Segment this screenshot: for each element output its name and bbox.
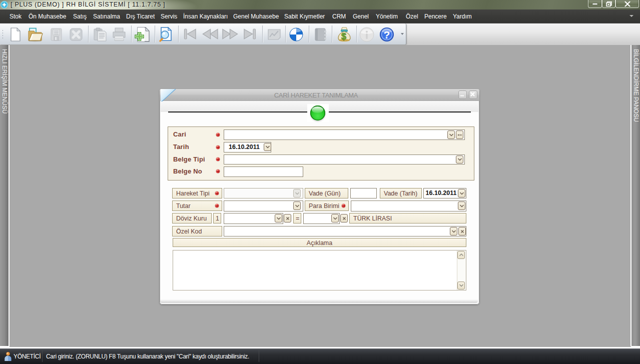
svg-text:?: ? bbox=[384, 29, 390, 40]
svg-text:$: $ bbox=[341, 32, 346, 42]
